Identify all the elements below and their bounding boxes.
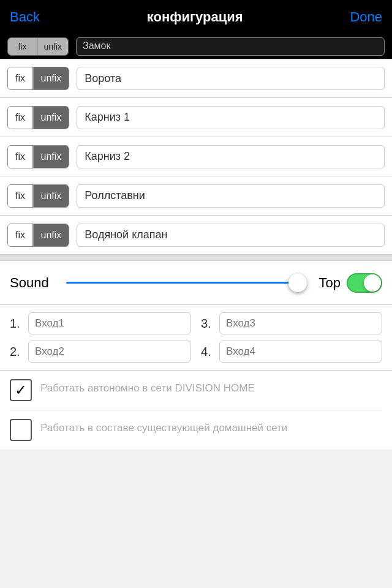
checkbox-row-2: Работать в составе существующей домашней…: [10, 410, 382, 450]
unfix-button-2[interactable]: unfix: [34, 146, 69, 168]
fix-button-4[interactable]: fix: [8, 224, 32, 246]
nav-title: конфигурация: [147, 9, 243, 25]
input-row-4: 4.: [201, 341, 382, 363]
fix-button-1[interactable]: fix: [8, 107, 32, 129]
list-item: fix unfix: [0, 176, 392, 216]
top-label: Top: [319, 275, 341, 291]
input-field-1[interactable]: [28, 312, 191, 334]
back-button[interactable]: Back: [10, 9, 40, 25]
input-field-2[interactable]: [28, 341, 191, 363]
input-row-3: 3.: [201, 312, 382, 334]
seg-control-3[interactable]: fix unfix: [7, 184, 69, 208]
checkmark-icon: ✓: [15, 383, 27, 398]
fix-button-0[interactable]: fix: [8, 67, 32, 89]
done-button[interactable]: Done: [350, 9, 382, 25]
partial-seg-control[interactable]: fix unfix: [7, 37, 69, 56]
row-input-1[interactable]: [77, 106, 385, 129]
input-num-3: 3.: [201, 317, 214, 331]
input-num-1: 1.: [10, 317, 23, 331]
checkbox-1[interactable]: ✓: [10, 379, 32, 401]
input-field-4[interactable]: [219, 341, 382, 363]
input-num-2: 2.: [10, 345, 23, 359]
section-separator: [0, 255, 392, 261]
nav-bar: Back конфигурация Done: [0, 0, 392, 34]
inputs-section: 1. 3. 2. 4.: [0, 305, 392, 371]
seg-control-0[interactable]: fix unfix: [7, 67, 69, 90]
inputs-grid: 1. 3. 2. 4.: [10, 312, 382, 363]
row-input-3[interactable]: [77, 184, 385, 208]
toggle-knob: [364, 274, 381, 292]
unfix-button-3[interactable]: unfix: [34, 185, 69, 207]
row-input-0[interactable]: [77, 67, 385, 90]
partial-top-row: fix unfix Замок: [0, 34, 392, 59]
checkbox-section: ✓ Работать автономно в сети DIVISION HOM…: [0, 371, 392, 450]
partial-unfix-button[interactable]: unfix: [37, 38, 68, 55]
checkbox-2[interactable]: [10, 419, 32, 441]
unfix-button-0[interactable]: unfix: [34, 67, 69, 89]
list-item: fix unfix: [0, 59, 392, 98]
sound-label: Sound: [10, 275, 59, 291]
list-item: fix unfix: [0, 98, 392, 137]
list-item: fix unfix: [0, 216, 392, 255]
input-row-1: 1.: [10, 312, 191, 334]
checkbox-label-1: Работать автономно в сети DIVISION HOME: [40, 379, 255, 395]
row-input-2[interactable]: [77, 145, 385, 168]
seg-control-2[interactable]: fix unfix: [7, 145, 69, 168]
partial-fix-button[interactable]: fix: [8, 38, 37, 55]
input-num-4: 4.: [201, 345, 214, 359]
row-input-4[interactable]: [77, 224, 385, 247]
slider-container[interactable]: [66, 271, 307, 295]
input-row-2: 2.: [10, 341, 191, 363]
fix-button-3[interactable]: fix: [8, 185, 32, 207]
list-item: fix unfix: [0, 137, 392, 176]
list-area: fix unfix fix unfix fix unfix fix unfix: [0, 59, 392, 255]
fix-button-2[interactable]: fix: [8, 146, 32, 168]
unfix-button-4[interactable]: unfix: [34, 224, 69, 246]
unfix-button-1[interactable]: unfix: [34, 107, 69, 129]
top-toggle[interactable]: [347, 273, 382, 293]
seg-control-1[interactable]: fix unfix: [7, 106, 69, 129]
input-field-3[interactable]: [219, 312, 382, 334]
top-group: Top: [319, 273, 382, 293]
seg-control-4[interactable]: fix unfix: [7, 224, 69, 247]
sound-top-row: Sound Top: [0, 261, 392, 305]
checkbox-label-2: Работать в составе существующей домашней…: [40, 419, 287, 435]
checkbox-row-1: ✓ Работать автономно в сети DIVISION HOM…: [10, 371, 382, 410]
partial-row-text: Замок: [76, 37, 385, 56]
